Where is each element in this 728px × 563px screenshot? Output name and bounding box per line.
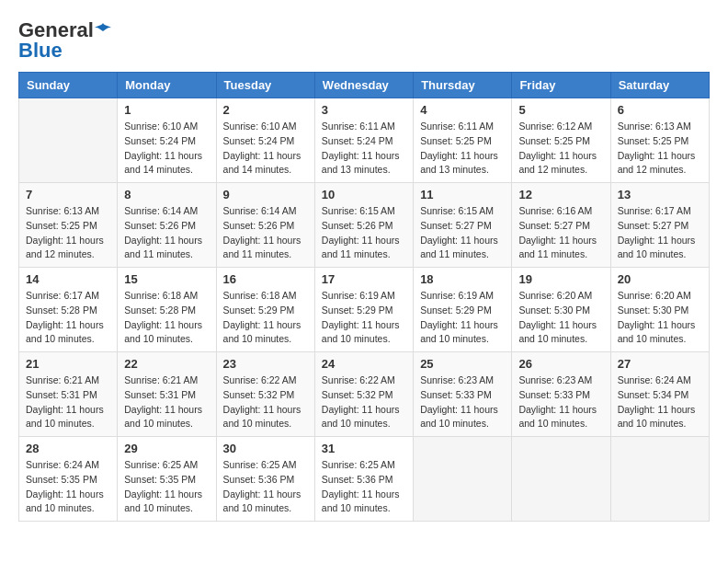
- day-info: Sunrise: 6:13 AMSunset: 5:25 PMDaylight:…: [618, 120, 702, 178]
- calendar-header-friday: Friday: [512, 73, 610, 98]
- calendar-cell: 6Sunrise: 6:13 AMSunset: 5:25 PMDaylight…: [610, 98, 709, 183]
- calendar-header-row: SundayMondayTuesdayWednesdayThursdayFrid…: [19, 73, 710, 98]
- day-number: 19: [518, 272, 603, 286]
- day-number: 12: [518, 188, 603, 201]
- day-info: Sunrise: 6:22 AMSunset: 5:32 PMDaylight:…: [223, 373, 308, 431]
- day-info: Sunrise: 6:18 AMSunset: 5:28 PMDaylight:…: [124, 289, 209, 347]
- day-number: 24: [322, 357, 406, 371]
- calendar-cell: 7Sunrise: 6:13 AMSunset: 5:25 PMDaylight…: [19, 183, 118, 268]
- day-number: 8: [124, 188, 209, 201]
- day-info: Sunrise: 6:24 AMSunset: 5:34 PMDaylight:…: [618, 373, 702, 431]
- calendar-cell: 17Sunrise: 6:19 AMSunset: 5:29 PMDayligh…: [314, 268, 413, 352]
- calendar-cell: [19, 98, 118, 183]
- calendar-cell: 20Sunrise: 6:20 AMSunset: 5:30 PMDayligh…: [610, 268, 709, 352]
- day-info: Sunrise: 6:19 AMSunset: 5:29 PMDaylight:…: [420, 289, 505, 347]
- day-info: Sunrise: 6:16 AMSunset: 5:27 PMDaylight:…: [518, 204, 603, 262]
- calendar-cell: 21Sunrise: 6:21 AMSunset: 5:31 PMDayligh…: [19, 352, 118, 437]
- calendar-cell: 1Sunrise: 6:10 AMSunset: 5:24 PMDaylight…: [118, 98, 216, 183]
- day-info: Sunrise: 6:15 AMSunset: 5:27 PMDaylight:…: [420, 204, 505, 262]
- day-number: 25: [420, 357, 505, 371]
- calendar-cell: 3Sunrise: 6:11 AMSunset: 5:24 PMDaylight…: [314, 98, 413, 183]
- day-number: 15: [124, 272, 209, 286]
- calendar-cell: 30Sunrise: 6:25 AMSunset: 5:36 PMDayligh…: [216, 437, 314, 522]
- day-number: 29: [124, 442, 209, 455]
- calendar-cell: 18Sunrise: 6:19 AMSunset: 5:29 PMDayligh…: [414, 268, 512, 352]
- calendar-cell: [414, 437, 512, 522]
- day-number: 14: [26, 272, 110, 286]
- calendar-cell: 15Sunrise: 6:18 AMSunset: 5:28 PMDayligh…: [118, 268, 216, 352]
- day-info: Sunrise: 6:11 AMSunset: 5:24 PMDaylight:…: [322, 120, 406, 178]
- day-number: 1: [124, 103, 209, 117]
- day-number: 27: [618, 357, 702, 371]
- calendar-week-row: 28Sunrise: 6:24 AMSunset: 5:35 PMDayligh…: [19, 437, 710, 522]
- calendar-cell: 26Sunrise: 6:23 AMSunset: 5:33 PMDayligh…: [512, 352, 610, 437]
- calendar-cell: 22Sunrise: 6:21 AMSunset: 5:31 PMDayligh…: [118, 352, 216, 437]
- calendar-header-wednesday: Wednesday: [314, 73, 413, 98]
- day-info: Sunrise: 6:23 AMSunset: 5:33 PMDaylight:…: [420, 373, 505, 431]
- day-number: 18: [420, 272, 505, 286]
- logo-text-blue: Blue: [18, 39, 63, 63]
- day-info: Sunrise: 6:11 AMSunset: 5:25 PMDaylight:…: [420, 120, 505, 178]
- day-info: Sunrise: 6:13 AMSunset: 5:25 PMDaylight:…: [26, 204, 110, 262]
- calendar-header-tuesday: Tuesday: [216, 73, 314, 98]
- calendar-cell: 24Sunrise: 6:22 AMSunset: 5:32 PMDayligh…: [314, 352, 413, 437]
- calendar-cell: 23Sunrise: 6:22 AMSunset: 5:32 PMDayligh…: [216, 352, 314, 437]
- calendar-header-thursday: Thursday: [414, 73, 512, 98]
- day-info: Sunrise: 6:20 AMSunset: 5:30 PMDaylight:…: [518, 289, 603, 347]
- day-number: 9: [223, 188, 308, 201]
- calendar-cell: 25Sunrise: 6:23 AMSunset: 5:33 PMDayligh…: [414, 352, 512, 437]
- calendar-header-saturday: Saturday: [610, 73, 709, 98]
- calendar-cell: [610, 437, 709, 522]
- calendar-cell: 2Sunrise: 6:10 AMSunset: 5:24 PMDaylight…: [216, 98, 314, 183]
- day-number: 17: [322, 272, 406, 286]
- day-info: Sunrise: 6:14 AMSunset: 5:26 PMDaylight:…: [124, 204, 209, 262]
- day-info: Sunrise: 6:15 AMSunset: 5:26 PMDaylight:…: [322, 204, 406, 262]
- day-info: Sunrise: 6:25 AMSunset: 5:36 PMDaylight:…: [322, 458, 406, 516]
- calendar-cell: 10Sunrise: 6:15 AMSunset: 5:26 PMDayligh…: [314, 183, 413, 268]
- day-number: 3: [322, 103, 406, 117]
- day-number: 4: [420, 103, 505, 117]
- calendar-cell: 19Sunrise: 6:20 AMSunset: 5:30 PMDayligh…: [512, 268, 610, 352]
- calendar-cell: [512, 437, 610, 522]
- day-info: Sunrise: 6:20 AMSunset: 5:30 PMDaylight:…: [618, 289, 702, 347]
- calendar-cell: 27Sunrise: 6:24 AMSunset: 5:34 PMDayligh…: [610, 352, 709, 437]
- day-number: 16: [223, 272, 308, 286]
- calendar-cell: 5Sunrise: 6:12 AMSunset: 5:25 PMDaylight…: [512, 98, 610, 183]
- day-info: Sunrise: 6:17 AMSunset: 5:28 PMDaylight:…: [26, 289, 110, 347]
- logo: General Blue: [18, 18, 111, 63]
- day-number: 13: [618, 188, 702, 201]
- calendar-header-sunday: Sunday: [19, 73, 118, 98]
- day-info: Sunrise: 6:10 AMSunset: 5:24 PMDaylight:…: [223, 120, 308, 178]
- day-number: 22: [124, 357, 209, 371]
- calendar-cell: 16Sunrise: 6:18 AMSunset: 5:29 PMDayligh…: [216, 268, 314, 352]
- logo-bird-icon: [95, 22, 111, 39]
- day-info: Sunrise: 6:18 AMSunset: 5:29 PMDaylight:…: [223, 289, 308, 347]
- calendar-week-row: 7Sunrise: 6:13 AMSunset: 5:25 PMDaylight…: [19, 183, 710, 268]
- day-number: 7: [26, 188, 110, 201]
- calendar-cell: 31Sunrise: 6:25 AMSunset: 5:36 PMDayligh…: [314, 437, 413, 522]
- calendar-cell: 9Sunrise: 6:14 AMSunset: 5:26 PMDaylight…: [216, 183, 314, 268]
- day-info: Sunrise: 6:22 AMSunset: 5:32 PMDaylight:…: [322, 373, 406, 431]
- day-info: Sunrise: 6:14 AMSunset: 5:26 PMDaylight:…: [223, 204, 308, 262]
- calendar-cell: 12Sunrise: 6:16 AMSunset: 5:27 PMDayligh…: [512, 183, 610, 268]
- day-info: Sunrise: 6:10 AMSunset: 5:24 PMDaylight:…: [124, 120, 209, 178]
- calendar-cell: 14Sunrise: 6:17 AMSunset: 5:28 PMDayligh…: [19, 268, 118, 352]
- calendar-cell: 13Sunrise: 6:17 AMSunset: 5:27 PMDayligh…: [610, 183, 709, 268]
- day-number: 28: [26, 442, 110, 455]
- calendar-week-row: 1Sunrise: 6:10 AMSunset: 5:24 PMDaylight…: [19, 98, 710, 183]
- day-info: Sunrise: 6:21 AMSunset: 5:31 PMDaylight:…: [124, 373, 209, 431]
- day-number: 10: [322, 188, 406, 201]
- day-number: 21: [26, 357, 110, 371]
- day-number: 30: [223, 442, 308, 455]
- day-number: 11: [420, 188, 505, 201]
- day-number: 2: [223, 103, 308, 117]
- day-info: Sunrise: 6:17 AMSunset: 5:27 PMDaylight:…: [618, 204, 702, 262]
- day-info: Sunrise: 6:21 AMSunset: 5:31 PMDaylight:…: [26, 373, 110, 431]
- day-info: Sunrise: 6:19 AMSunset: 5:29 PMDaylight:…: [322, 289, 406, 347]
- calendar-week-row: 14Sunrise: 6:17 AMSunset: 5:28 PMDayligh…: [19, 268, 710, 352]
- calendar-cell: 28Sunrise: 6:24 AMSunset: 5:35 PMDayligh…: [19, 437, 118, 522]
- day-info: Sunrise: 6:24 AMSunset: 5:35 PMDaylight:…: [26, 458, 110, 516]
- day-info: Sunrise: 6:25 AMSunset: 5:36 PMDaylight:…: [223, 458, 308, 516]
- day-number: 26: [518, 357, 603, 371]
- day-number: 23: [223, 357, 308, 371]
